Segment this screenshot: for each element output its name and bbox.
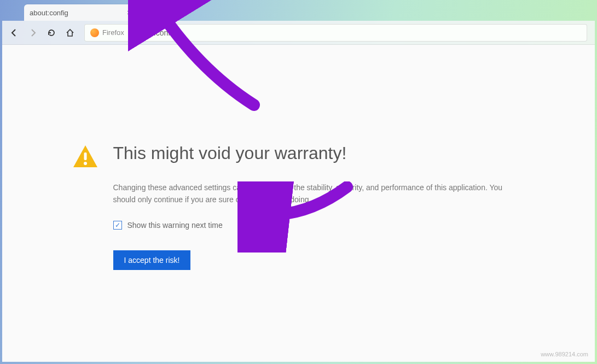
close-icon[interactable]: ×: [125, 8, 134, 17]
identity-box[interactable]: Firefox: [90, 28, 130, 37]
warning-icon: [72, 143, 99, 270]
arrow-left-icon: [10, 28, 19, 37]
reload-icon: [47, 28, 56, 37]
warning-body: This might void your warranty! Changing …: [113, 143, 526, 270]
tab-strip: about:config × +: [2, 2, 595, 21]
url-bar[interactable]: Firefox about:config: [84, 24, 587, 42]
svg-point-1: [84, 162, 87, 165]
show-warning-checkbox-row[interactable]: ✓ Show this warning next time: [113, 221, 526, 230]
warning-title: This might void your warranty!: [113, 143, 526, 163]
forward-button[interactable]: [25, 25, 40, 40]
identity-label: Firefox: [102, 28, 124, 37]
warning-container: This might void your warranty! Changing …: [61, 143, 537, 270]
accept-risk-button[interactable]: I accept the risk!: [113, 250, 191, 270]
new-tab-button[interactable]: +: [142, 4, 159, 21]
tab-about-config[interactable]: about:config ×: [24, 4, 139, 21]
reload-button[interactable]: [44, 25, 59, 40]
back-button[interactable]: [7, 25, 22, 40]
svg-rect-0: [84, 152, 86, 160]
warning-description: Changing these advanced settings can be …: [113, 182, 526, 206]
arrow-right-icon: [28, 28, 37, 37]
home-button[interactable]: [62, 25, 78, 40]
navigation-toolbar: Firefox about:config: [2, 21, 595, 45]
url-text: about:config: [135, 28, 176, 37]
home-icon: [66, 28, 74, 37]
browser-window: about:config × + Firefox about:config: [2, 2, 595, 362]
firefox-icon: [90, 28, 99, 37]
watermark: www.989214.com: [541, 351, 588, 357]
content-area: This might void your warranty! Changing …: [2, 45, 595, 362]
tab-title: about:config: [30, 9, 125, 17]
checkbox-label: Show this warning next time: [127, 221, 223, 230]
checkbox-icon[interactable]: ✓: [113, 221, 122, 230]
